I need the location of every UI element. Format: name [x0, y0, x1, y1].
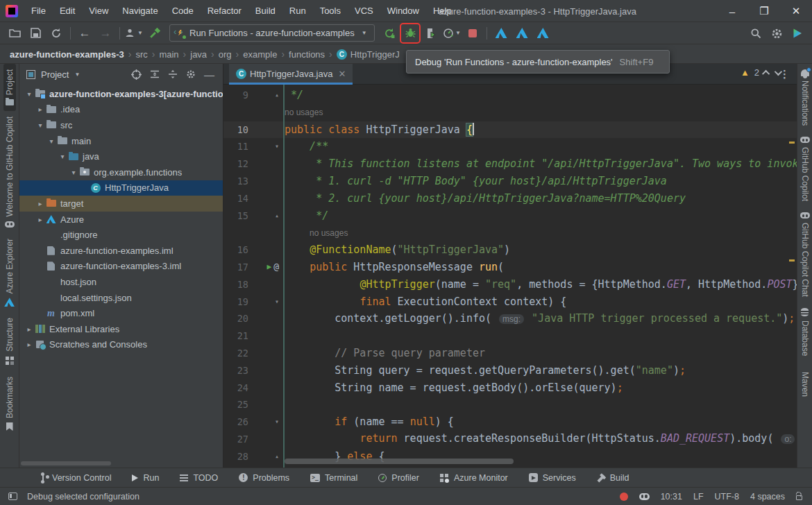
layout-icon[interactable]	[8, 493, 17, 500]
azure-a3-icon[interactable]	[534, 24, 552, 42]
warning-stripe-mark[interactable]	[789, 142, 795, 144]
tree-row-azure-function-examples-iml[interactable]: azure-function-examples.iml	[19, 243, 223, 259]
back-icon[interactable]: ←	[76, 24, 94, 42]
debug-icon[interactable]	[401, 24, 419, 42]
line-ending[interactable]: LF	[693, 492, 704, 502]
breadcrumb-example[interactable]: example	[243, 49, 277, 60]
tree-toggle-icon[interactable]: ▾	[46, 137, 57, 145]
build-hammer-icon[interactable]	[146, 24, 164, 42]
close-icon[interactable]: ✕	[338, 69, 346, 79]
lock-icon[interactable]	[796, 495, 802, 500]
tree-toggle-icon[interactable]: ▾	[35, 121, 46, 129]
code-line-27[interactable]: 27 return request.createResponseBuilder(…	[223, 431, 797, 448]
sync-icon[interactable]	[47, 24, 65, 42]
tree-toggle-icon[interactable]: ▸	[35, 216, 46, 223]
locate-icon[interactable]	[131, 69, 142, 80]
toolwindow-problems[interactable]: !Problems	[239, 473, 289, 483]
code-line-17[interactable]: 17▶@ public HttpResponseMessage run(	[223, 259, 797, 276]
run-configuration-select[interactable]: Run Functions - azure-function-examples …	[169, 24, 375, 42]
user-icon[interactable]: ▼	[125, 24, 143, 42]
breadcrumb-java[interactable]: java	[190, 49, 207, 60]
menu-edit[interactable]: Edit	[53, 3, 81, 19]
runner-icon[interactable]	[788, 24, 806, 42]
code-viewport[interactable]: 9▴ */no usages10public class HttpTrigger…	[223, 85, 797, 468]
tree-toggle-icon[interactable]: ▾	[57, 153, 68, 160]
code-line-16[interactable]: 16 @FunctionName("HttpTriggerJava")	[223, 241, 797, 259]
hide-panel-icon[interactable]: —	[204, 69, 214, 80]
toolwindow-todo[interactable]: TODO	[180, 473, 218, 483]
tree-row-target[interactable]: ▸target	[19, 196, 223, 212]
menu-refactor[interactable]: Refactor	[201, 3, 248, 19]
tab-httptriggerjava[interactable]: C HttpTriggerJava.java ✕	[229, 64, 353, 85]
tool-stripe-github-copilot-chat[interactable]: GitHub Copilot Chat	[799, 207, 811, 302]
toolwindow-services[interactable]: Services	[529, 473, 576, 483]
tree-row-azure-function-examples-3[interactable]: ▾azure-function-examples-3 [azure-functi…	[19, 86, 223, 102]
code-line-19[interactable]: 19▾ final ExecutionContext context) {	[223, 293, 797, 311]
encoding[interactable]: UTF-8	[715, 492, 739, 502]
prev-warning-icon[interactable]	[762, 69, 770, 77]
breadcrumb-main[interactable]: main	[159, 49, 178, 60]
expand-all-icon[interactable]	[150, 69, 160, 79]
code-line-18[interactable]: 18 @HttpTrigger(name = "req", methods = …	[223, 276, 797, 293]
chevron-down-icon[interactable]: ▼	[74, 71, 80, 78]
tree-row-external-libraries[interactable]: ▸External Libraries	[19, 321, 223, 337]
code-line-24[interactable]: 24 String name = request.getBody().orEls…	[223, 379, 797, 397]
maximize-button[interactable]: ❐	[748, 0, 780, 22]
minimize-button[interactable]: –	[716, 0, 748, 22]
code-line-21[interactable]: 21	[223, 327, 797, 345]
breadcrumb-org[interactable]: org	[219, 49, 232, 60]
usages-inlay-text[interactable]: no usages	[310, 228, 348, 238]
usages-inlay-hint[interactable]: no usages	[223, 224, 797, 241]
tree-row-gitignore[interactable]: .gitignore	[19, 227, 223, 243]
settings-icon[interactable]	[768, 24, 786, 42]
fold-icon[interactable]: ▾	[275, 293, 279, 311]
code-line-15[interactable]: 15▴ */	[223, 207, 797, 225]
azure-a2-icon[interactable]	[513, 24, 531, 42]
code-line-12[interactable]: 12 * This function listens at endpoint "…	[223, 155, 797, 173]
tree-row-org-example-functions[interactable]: ▾org.example.functions	[19, 164, 223, 180]
menu-tools[interactable]: Tools	[314, 3, 347, 19]
run-gutter-icon[interactable]: ▶	[267, 259, 272, 276]
tree-row-httptriggerjava[interactable]: CHttpTriggerJava	[19, 180, 223, 196]
tree-toggle-icon[interactable]: ▸	[24, 341, 35, 348]
code-line-9[interactable]: 9▴ */	[223, 87, 797, 104]
tool-stripe-notifications[interactable]: Notifications	[799, 64, 811, 131]
save-icon[interactable]	[26, 24, 44, 42]
code-line-23[interactable]: 23 String query = request.getQueryParame…	[223, 362, 797, 379]
code-line-11[interactable]: 11▾ /**	[223, 138, 797, 155]
tree-row-scratches-and-consoles[interactable]: ▸Scratches and Consoles	[19, 337, 223, 353]
tool-stripe-azure-explorer[interactable]: Azure Explorer	[3, 233, 16, 312]
azure-a1-icon[interactable]	[492, 24, 510, 42]
menu-build[interactable]: Build	[249, 3, 282, 19]
tree-toggle-icon[interactable]: ▸	[35, 105, 46, 113]
panel-settings-icon[interactable]	[186, 69, 196, 79]
tree-row-java[interactable]: ▾java	[19, 148, 223, 164]
fold-icon[interactable]: ▴	[275, 448, 279, 465]
code-line-13[interactable]: 13 * 1. curl -d "HTTP Body" {your host}/…	[223, 173, 797, 190]
breadcrumb-functions[interactable]: functions	[289, 49, 325, 60]
menu-code[interactable]: Code	[166, 3, 200, 19]
code-line-25[interactable]: 25	[223, 396, 797, 413]
profiler-icon[interactable]: ▼	[443, 24, 461, 42]
close-button[interactable]: ✕	[780, 0, 812, 22]
tree-row-host-json[interactable]: host.json	[19, 274, 223, 290]
tool-stripe-bookmarks[interactable]: Bookmarks	[3, 371, 16, 436]
fold-icon[interactable]: ▴	[275, 87, 279, 104]
stop-icon[interactable]	[464, 24, 482, 42]
toolwindow-version-control[interactable]: Version Control	[39, 473, 111, 483]
fold-icon[interactable]: ▾	[275, 138, 279, 155]
menu-run[interactable]: Run	[283, 3, 312, 19]
tree-row-idea[interactable]: ▸.idea	[19, 102, 223, 118]
code-line-22[interactable]: 22 // Parse query parameter	[223, 345, 797, 362]
more-options-icon[interactable]: ⋮	[779, 68, 790, 80]
toolwindow-terminal[interactable]: >_Terminal	[310, 473, 357, 483]
tool-stripe-github-copilot[interactable]: GitHub Copilot	[799, 131, 811, 207]
tree-row-azure[interactable]: ▸Azure	[19, 212, 223, 228]
copilot-status-icon[interactable]	[639, 493, 650, 500]
menu-vcs[interactable]: VCS	[348, 3, 380, 19]
breadcrumb-httptriggerj[interactable]: CHttpTriggerJ	[337, 49, 400, 60]
project-hscrollbar[interactable]	[21, 461, 111, 465]
toolwindow-profiler[interactable]: Profiler	[378, 473, 419, 483]
menu-view[interactable]: View	[83, 3, 115, 19]
tool-stripe-structure[interactable]: Structure	[3, 312, 16, 371]
